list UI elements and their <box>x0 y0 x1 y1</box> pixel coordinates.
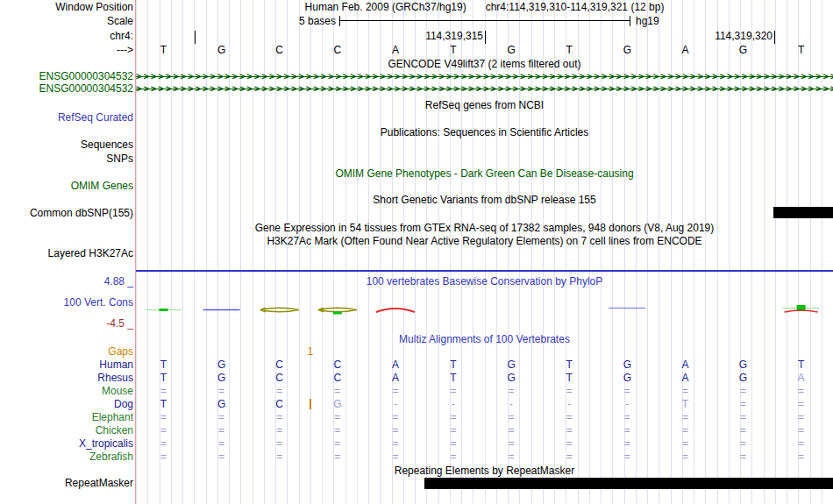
alignment-base: T <box>135 398 193 411</box>
alignment-base: A <box>772 372 830 385</box>
alignment-base: T <box>424 372 482 385</box>
alignment-base: = <box>482 411 540 424</box>
coordinate-label: 114,319,315 <box>425 30 483 43</box>
conservation-track-label[interactable]: 100 Vert. Cons <box>0 296 133 309</box>
dbsnp-track-label[interactable]: Common dbSNP(155) <box>0 207 133 220</box>
reference-base: G <box>598 44 656 57</box>
refseq-track-label[interactable]: RefSeq Curated <box>0 111 133 124</box>
species-label-elephant[interactable]: Elephant <box>0 411 133 424</box>
alignment-base: = <box>367 437 424 451</box>
gene-transcript-item[interactable]: >>>>>>>>>>>>>>>>>>>>>>>>>>>>>>>>>>>>>>>>… <box>136 82 833 95</box>
reference-base: A <box>367 44 424 57</box>
conservation-wiggle-plot <box>136 302 833 321</box>
alignment-base: = <box>309 385 367 398</box>
alignment-base: = <box>715 398 772 411</box>
dbsnp-variant-item[interactable] <box>773 207 833 218</box>
alignment-base: = <box>656 411 714 424</box>
alignment-base: = <box>309 451 367 464</box>
strand-arrow-label[interactable]: ---> <box>0 44 133 57</box>
alignment-base: G <box>193 372 251 385</box>
conservation-mark <box>318 308 357 312</box>
alignment-base: = <box>482 424 540 437</box>
alignment-base: A <box>367 372 424 385</box>
alignment-base: = <box>367 385 424 398</box>
alignment-base: T <box>656 398 714 411</box>
alignment-base: = <box>193 385 251 398</box>
species-label-rhesus[interactable]: Rhesus <box>0 372 133 385</box>
alignment-base: = <box>715 411 772 424</box>
alignment-base: - <box>482 398 540 411</box>
multiz-gaps-label[interactable]: Gaps <box>0 345 133 358</box>
alignment-base: = <box>715 437 772 451</box>
conservation-scale-min: -4.5 _ <box>0 317 133 330</box>
alignment-base: = <box>656 437 714 451</box>
species-label-dog[interactable]: Dog <box>0 398 133 411</box>
alignment-base: = <box>193 411 251 424</box>
alignment-base: T <box>772 358 830 372</box>
alignment-base: = <box>135 437 193 451</box>
alignment-base: = <box>193 451 251 464</box>
reference-base: C <box>251 44 309 57</box>
alignment-base: C <box>309 358 367 372</box>
alignment-base: = <box>772 424 830 437</box>
species-label-human[interactable]: Human <box>0 358 133 372</box>
repeatmasker-track-label[interactable]: RepeatMasker <box>0 477 133 490</box>
assembly-short-label: hg19 <box>636 15 659 28</box>
alignment-base: C <box>251 372 309 385</box>
coordinate-tick <box>774 31 775 44</box>
species-label-mouse[interactable]: Mouse <box>0 385 133 398</box>
alignment-base: = <box>715 451 772 464</box>
publications-track-title: Publications: Sequences in Scientific Ar… <box>136 126 833 139</box>
alignment-base: = <box>193 424 251 437</box>
alignment-base: = <box>598 424 656 437</box>
omim-track-title: OMIM Gene Phenotypes - Dark Green Can Be… <box>136 167 833 181</box>
reference-base: T <box>424 44 482 57</box>
coordinate-tick <box>485 31 486 44</box>
alignment-base: = <box>424 411 482 424</box>
omim-track-label[interactable]: OMIM Genes <box>0 180 133 193</box>
alignment-base: = <box>598 451 656 464</box>
alignment-base: G <box>482 358 540 372</box>
alignment-base: = <box>540 385 598 398</box>
alignment-base: - <box>424 398 482 411</box>
conservation-track-title: 100 vertebrates Basewise Conservation by… <box>136 275 833 288</box>
alignment-base: = <box>424 385 482 398</box>
alignment-base: = <box>482 437 540 451</box>
alignment-base: = <box>135 411 193 424</box>
species-label-chicken[interactable]: Chicken <box>0 424 133 437</box>
alignment-base: = <box>309 437 367 451</box>
alignment-base: = <box>598 385 656 398</box>
alignment-base: = <box>424 424 482 437</box>
window-position-line: Human Feb. 2009 (GRCh37/hg19)chr4:114,31… <box>136 1 833 14</box>
dbsnp-track-title: Short Genetic Variants from dbSNP releas… <box>136 194 833 207</box>
alignment-base: = <box>482 385 540 398</box>
reference-base: C <box>309 44 367 57</box>
alignment-base: T <box>540 372 598 385</box>
gencode-track-title: GENCODE V49lift37 (2 items filtered out) <box>136 58 833 71</box>
alignment-base: = <box>540 437 598 451</box>
alignment-base: T <box>135 372 193 385</box>
alignment-base: G <box>598 372 656 385</box>
snps-track-label[interactable]: SNPs <box>0 153 133 166</box>
alignment-base: C <box>251 398 309 411</box>
species-label-zebrafish[interactable]: Zebrafish <box>0 451 133 464</box>
species-label-x_tropicalis[interactable]: X_tropicalis <box>0 437 133 451</box>
alignment-base: = <box>135 424 193 437</box>
alignment-base: = <box>772 437 830 451</box>
alignment-base: T <box>135 358 193 372</box>
reference-base: T <box>772 44 830 57</box>
gene-transcript-item[interactable]: >>>>>>>>>>>>>>>>>>>>>>>>>>>>>>>>>>>>>>>>… <box>136 70 833 82</box>
alignment-base: = <box>251 424 309 437</box>
gene-item-label[interactable]: ENSG00000304532 <box>0 70 133 83</box>
sequences-track-label[interactable]: Sequences <box>0 138 133 152</box>
h3k27ac-track-label[interactable]: Layered H3K27Ac <box>0 247 133 260</box>
repeat-element-item[interactable] <box>424 478 833 489</box>
alignment-base: = <box>251 451 309 464</box>
alignment-base: = <box>424 437 482 451</box>
alignment-base: = <box>482 451 540 464</box>
alignment-base: G <box>715 358 772 372</box>
alignment-base: A <box>367 358 424 372</box>
alignment-base: = <box>656 451 714 464</box>
gene-item-label[interactable]: ENSG00000304532 <box>0 82 133 96</box>
alignment-base: G <box>193 398 251 411</box>
